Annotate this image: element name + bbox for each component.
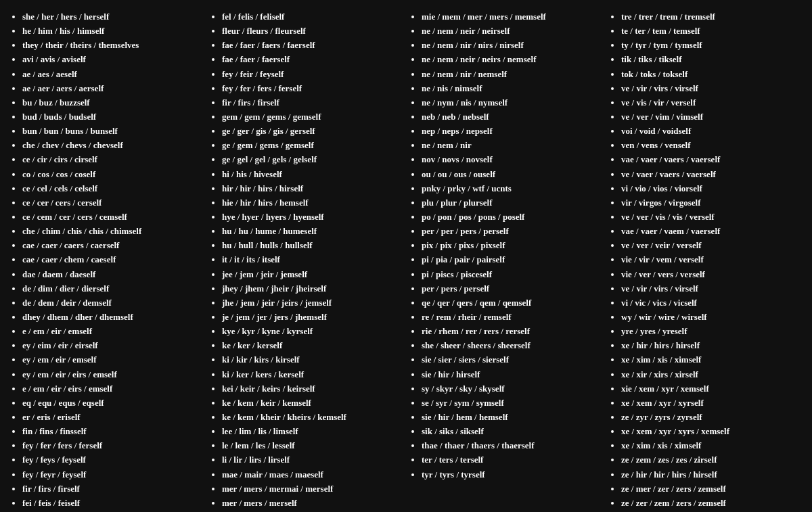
list-item: po / pon / pos / pons / poself xyxy=(422,210,602,224)
list-item: ve / ver / vis / vis / verself xyxy=(621,210,802,224)
list-item: fleur / fleurs / fleurself xyxy=(222,24,403,38)
list-item: hu / hu / hume / humeself xyxy=(222,225,403,238)
list-item: ne / nem / nir / nemself xyxy=(422,68,602,81)
list-item: sie / hir / hirself xyxy=(422,368,602,381)
list-item: ve / ver / vim / vimself xyxy=(621,110,802,124)
list-item: nep / neps / nepself xyxy=(422,124,602,138)
list-item: she / sheer / sheers / sheerself xyxy=(422,339,602,352)
list-item: fae / faer / faerself xyxy=(222,53,403,66)
list-item: hye / hyer / hyers / hyenself xyxy=(222,210,403,224)
list-item: ey / em / eir / emself xyxy=(22,353,203,367)
list-item: re / rem / rheir / remself xyxy=(422,310,602,324)
list-item: de / dim / dier / dierself xyxy=(22,282,203,296)
list-item: ce / cel / cels / celself xyxy=(22,182,203,195)
list-item: ne / nis / nimself xyxy=(422,82,602,95)
column-2: fel / felis / feliselffleur / fleurs / f… xyxy=(210,7,403,512)
list-item: vir / virgos / virgoself xyxy=(621,196,802,210)
list-item: fae / faer / faers / faerself xyxy=(222,39,403,52)
list-item: yre / yres / yreself xyxy=(621,325,802,338)
list-item: kye / kyr / kyne / kyrself xyxy=(222,325,403,338)
list-item: ve / ver / veir / verself xyxy=(621,239,802,252)
list-item: bud / buds / budself xyxy=(22,110,203,124)
list-item: ki / ker / kers / kerself xyxy=(222,368,403,381)
list-item: ne / nym / nis / nymself xyxy=(422,96,602,110)
list-item: it / it / its / itself xyxy=(222,253,403,266)
list-item: plu / plur / plurself xyxy=(422,196,602,210)
list-item: per / per / pers / perself xyxy=(422,225,602,238)
list-item: sie / sier / siers / sierself xyxy=(422,353,602,367)
list-item: ge / gem / gems / gemself xyxy=(222,139,403,152)
list-item: fir / firs / firself xyxy=(22,482,203,496)
list-item: ze / hir / hir / hirs / hirself xyxy=(621,468,802,482)
list-item: fey / feys / feyself xyxy=(22,453,203,467)
list-item: ve / vis / vir / verself xyxy=(621,96,802,110)
list-item: avi / avis / aviself xyxy=(22,53,203,66)
list-item: ze / zem / zes / zes / zirself xyxy=(621,453,802,467)
list-item: che / chim / chis / chis / chimself xyxy=(22,225,203,238)
list-item: wy / wir / wire / wirself xyxy=(621,310,802,324)
list-item: bun / bun / buns / bunself xyxy=(22,124,203,138)
list-item: xe / xem / xyr / xyrs / xemself xyxy=(621,425,802,438)
list-item: se / syr / sym / symself xyxy=(422,396,602,410)
list-item: rie / rhem / rer / rers / rerself xyxy=(422,325,602,338)
list-item: fel / felis / feliself xyxy=(222,10,403,24)
list-item: mer / mers / mermai / merself xyxy=(222,482,403,496)
list-item: sy / skyr / sky / skyself xyxy=(422,382,602,396)
list-item: ze / mer / zer / zers / zemself xyxy=(621,482,802,496)
list-1: she / her / hers / herselfhe / him / his… xyxy=(10,10,203,510)
list-item: tre / trer / trem / tremself xyxy=(621,10,802,24)
list-item: ge / gel / gel / gels / gelself xyxy=(222,153,403,166)
list-item: vae / vaer / vaem / vaerself xyxy=(621,225,802,238)
list-item: vi / vic / vics / vicself xyxy=(621,296,802,310)
list-3: mie / mem / mer / mers / memselfne / nem… xyxy=(409,10,602,482)
list-item: de / dem / deir / demself xyxy=(22,296,203,310)
list-item: eq / equ / equs / eqself xyxy=(22,396,203,410)
list-item: vie / vir / vem / verself xyxy=(621,253,802,266)
list-item: ze / zer / zem / zers / zemself xyxy=(621,496,802,510)
list-item: tik / tiks / tikself xyxy=(621,53,802,66)
list-item: they / their / theirs / themselves xyxy=(22,39,203,52)
list-item: vae / vaer / vaers / vaerself xyxy=(621,153,802,166)
list-item: cae / caer / chem / caeself xyxy=(22,253,203,266)
list-item: hu / hull / hulls / hullself xyxy=(222,239,403,252)
list-item: li / lir / lirs / lirself xyxy=(222,453,403,467)
list-item: ke / kem / keir / kemself xyxy=(222,396,403,410)
list-item: sik / siks / sikself xyxy=(422,425,602,438)
list-item: fin / fins / finsself xyxy=(22,425,203,438)
list-item: ne / nem / nir / nirs / nirself xyxy=(422,39,602,52)
list-item: per / pers / perself xyxy=(422,282,602,296)
list-item: nov / novs / novself xyxy=(422,153,602,166)
list-item: e / em / eir / emself xyxy=(22,325,203,338)
list-item: te / ter / tem / temself xyxy=(621,24,802,38)
list-item: vie / ver / vers / verself xyxy=(621,268,802,281)
list-item: qe / qer / qers / qem / qemself xyxy=(422,296,602,310)
list-item: er / eris / eriself xyxy=(22,411,203,424)
list-item: ey / em / eir / eirs / emself xyxy=(22,368,203,381)
list-item: lee / lim / lis / limself xyxy=(222,425,403,438)
list-item: ae / aes / aeself xyxy=(22,68,203,81)
list-item: hie / hir / hirs / hemself xyxy=(222,196,403,210)
list-item: ve / vir / virs / virself xyxy=(621,282,802,296)
list-item: e / em / eir / eirs / emself xyxy=(22,382,203,396)
list-item: dhey / dhem / dher / dhemself xyxy=(22,310,203,324)
list-item: ce / cem / cer / cers / cemself xyxy=(22,210,203,224)
list-item: pix / pix / pixs / pixself xyxy=(422,239,602,252)
list-item: hir / hir / hirs / hirself xyxy=(222,182,403,195)
list-item: ae / aer / aers / aerself xyxy=(22,82,203,95)
list-item: ge / ger / gis / gis / gerself xyxy=(222,124,403,138)
list-item: xe / xim / xis / ximself xyxy=(621,353,802,367)
list-item: pnky / prky / wtf / ucnts xyxy=(422,182,602,195)
list-item: fir / firs / firself xyxy=(222,96,403,110)
list-item: jhe / jem / jeir / jeirs / jemself xyxy=(222,296,403,310)
list-item: mae / mair / maes / maeself xyxy=(222,468,403,482)
list-item: ke / kem / kheir / kheirs / kemself xyxy=(222,411,403,424)
list-item: ce / cer / cers / cerself xyxy=(22,196,203,210)
list-item: ve / vir / virs / virself xyxy=(621,82,802,95)
list-item: hi / his / hiveself xyxy=(222,168,403,181)
list-item: jhey / jhem / jheir / jheirself xyxy=(222,282,403,296)
list-item: kei / keir / keirs / keirself xyxy=(222,382,403,396)
list-item: ne / nem / neir / neirself xyxy=(422,24,602,38)
list-item: mie / mem / mer / mers / memself xyxy=(422,10,602,24)
list-item: xe / hir / hirs / hirself xyxy=(621,339,802,352)
list-item: ze / zyr / zyrs / zyrself xyxy=(621,411,802,424)
